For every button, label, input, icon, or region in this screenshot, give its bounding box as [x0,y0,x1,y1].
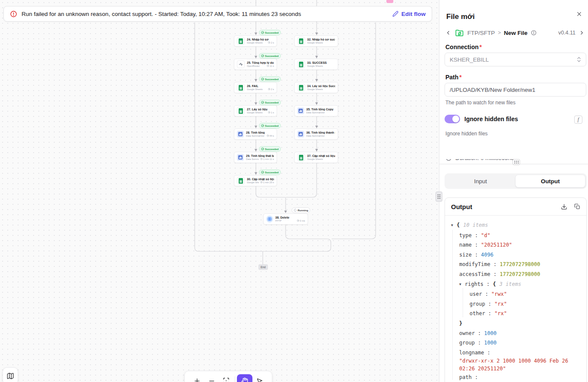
pencil-icon [392,11,398,17]
workflow-canvas[interactable]: Succeeded 24. Nhập hồ sơ Google Sheets2 … [0,0,439,382]
succeeded-badge: Succeeded [259,100,281,105]
node-title: 32. Nhập hồ sơ success [307,38,335,41]
fit-to-view-button[interactable] [219,374,233,382]
succeeded-badge: Succeeded [259,76,281,82]
flow-step-node[interactable]: 37. Cập nhật số liệu th... Google Sheets [294,152,338,163]
flow-step-node[interactable]: 28. Tính tổng Data Summarizer44 s [234,128,277,140]
flow-step-node[interactable]: 27. Lấy số liệu Google Sheets1 s [234,105,277,116]
node-duration: 1 min 11 s [260,158,274,160]
pan-tool-button[interactable] [237,374,252,382]
succeeded-badge: Succeeded [259,30,281,35]
node-app-name: Data Summarizer [246,135,265,137]
clock-icon [445,159,452,161]
node-duration: 1 s [268,111,274,114]
node-app-name: Google Sheets [247,111,267,114]
data-summarizer-icon [297,131,304,138]
canvas-toolbar [184,371,272,382]
breadcrumb-forward-button[interactable] [579,30,585,36]
data-summarizer-icon [297,107,304,114]
google-sheets-icon [237,177,245,185]
dynamic-value-icon[interactable]: f [574,116,582,124]
hand-icon [241,377,248,382]
tab-input[interactable]: Input [446,175,515,188]
json-line: } [451,319,586,329]
flow-step-node[interactable]: 30. Cập nhật số liệu th... Google Sheets… [234,175,277,186]
flow-step-node[interactable]: 33. SUCCESS Google Sheets [294,59,338,70]
connection-select[interactable]: KSHER_EBILL [445,53,586,66]
collapse-arrow-icon[interactable]: ▼ [451,221,457,231]
close-panel-button[interactable] [575,9,583,18]
breadcrumb-separator: > [498,30,501,36]
node-title: 35. Tính tổng Copy [306,108,335,111]
google-sheets-icon [237,37,245,45]
json-line-longname: longname : [451,348,586,358]
json-line[interactable]: ▼{10 items [451,220,586,231]
node-title: 28. Tính tổng [246,131,274,134]
minimap-toggle-button[interactable] [3,367,18,382]
panel-title: File mới [446,13,475,21]
zoom-out-button[interactable] [204,374,218,382]
succeeded-badge: Succeeded [259,169,281,175]
succeeded-badge: Succeeded [259,123,281,128]
node-title: 37. Cập nhật số liệu th... [307,154,335,157]
json-line-type: type : "d" [451,231,586,241]
flow-step-node[interactable]: 24. Nhập hồ sơ Google Sheets2 s [234,35,277,47]
flow-step-node[interactable]: 35. Tính tổng Copy Data Summarizer [294,105,338,116]
node-app-name: Google Sheets [247,41,267,44]
edit-flow-button[interactable]: Edit flow [392,11,426,17]
node-app-name: Google Sheets [307,41,335,44]
node-duration: 0 ms [297,219,305,222]
google-sheets-icon [297,37,305,45]
json-line-path: path : [451,373,586,382]
http-globe-icon [266,216,273,222]
section-resize-handle[interactable] [513,159,520,165]
cursor-icon [256,378,263,382]
data-summarizer-icon [237,154,244,161]
breadcrumb-back-button[interactable] [445,30,451,36]
flow-step-node[interactable]: 38. Delete HTTP0 ms [263,213,308,225]
google-sheets-icon [297,60,305,68]
download-icon [561,204,567,210]
tab-output[interactable]: Output [515,175,585,188]
node-title: 30. Cập nhật số liệu th... [247,178,274,181]
select-tool-button[interactable] [252,374,267,382]
node-app-name: Data Summarizer [306,135,335,137]
json-line-size: size : 4096 [451,250,586,260]
node-app-name: Google Sheets [307,65,335,67]
node-app-name: Data Summari... [246,158,259,160]
run-status-message: Run failed for an unknown reason, contac… [22,11,388,17]
zoom-in-button[interactable] [190,374,204,382]
flow-step-node[interactable]: 32. Nhập hồ sơ success Google Sheets [294,35,338,47]
ignore-hidden-files-row: Ignore hidden files [445,115,518,123]
node-title: 25. Tổng hợp lý do fail... [247,61,274,64]
node-duration: 11 s [267,65,274,67]
duration-text: Duration: 0 milliseconds [455,159,517,161]
node-title: 24. Nhập hồ sơ [247,38,274,41]
breadcrumb-app-name[interactable]: FTP/SFTP [467,30,495,36]
ignore-hidden-files-label: Ignore hidden files [464,116,518,122]
node-title: 27. Lấy số liệu [247,108,274,111]
flow-step-node[interactable]: 26. FAIL Google Sheets2 s [234,82,277,93]
json-line-rights[interactable]: ▼rights : {3 items [451,279,586,290]
json-line-owner: owner : 1000 [451,329,586,338]
node-app-name: Google Sheets [247,181,259,184]
panel-resize-handle[interactable] [436,191,442,202]
grip-dots-icon [514,161,519,163]
json-line: "drwxr-xr-x 2 1000 1000 4096 Feb 26 02:2… [451,357,585,373]
info-icon[interactable] [531,30,537,36]
node-title: 34. Lấy số liệu Success [307,85,335,88]
json-line-name: name : "20251120" [451,240,586,250]
flow-step-node[interactable]: 36. Tính tổng thành c... Data Summarizer [294,128,338,140]
flow-step-node[interactable]: 25. Tổng hợp lý do fail... OpenRouter11 … [234,59,277,70]
copy-output-button[interactable] [574,204,580,210]
output-json-tree[interactable]: ▼{10 itemstype : "d"name : "20251120"siz… [445,216,586,382]
path-input[interactable] [450,87,581,93]
collapse-arrow-icon[interactable]: ▼ [459,280,465,290]
download-output-button[interactable] [561,204,567,210]
output-title: Output [451,203,554,210]
partial-node-sliver [386,0,393,3]
flow-step-node[interactable]: 34. Lấy số liệu Success Google Sheets [294,82,338,93]
flow-step-node[interactable]: 29. Tính tổng thất bại Data Summari...1 … [234,152,277,163]
ignore-hidden-files-toggle[interactable] [445,115,460,123]
indent-guide [452,230,453,380]
